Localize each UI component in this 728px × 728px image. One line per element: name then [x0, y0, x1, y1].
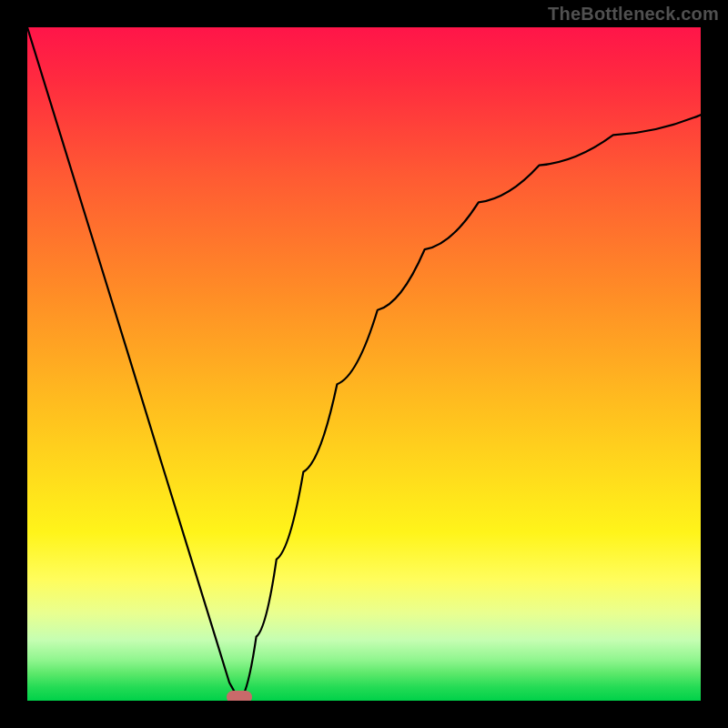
plot-area [27, 27, 701, 701]
watermark-text: TheBottleneck.com [548, 4, 719, 25]
heat-gradient [27, 27, 701, 701]
minimum-marker [227, 691, 252, 701]
chart-frame: TheBottleneck.com [0, 0, 728, 728]
